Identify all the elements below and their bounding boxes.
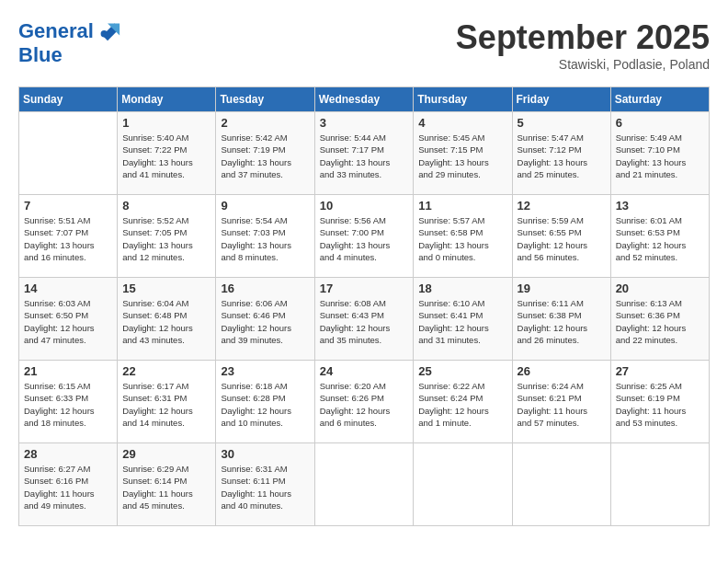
day-number: 19 [518,282,606,295]
header-monday: Monday [118,87,216,112]
day-number: 6 [616,116,704,130]
logo-blue-text: Blue [18,44,121,66]
calendar-cell: 23Sunrise: 6:18 AM Sunset: 6:28 PM Dayli… [216,361,314,443]
day-number: 7 [24,199,112,213]
calendar-cell: 5Sunrise: 5:47 AM Sunset: 7:12 PM Daylig… [512,112,610,195]
day-number: 27 [616,364,704,378]
logo-icon [96,17,121,42]
day-number: 21 [24,364,112,378]
day-number: 20 [616,282,704,295]
day-info: Sunrise: 6:04 AM Sunset: 6:48 PM Dayligh… [122,297,210,346]
month-title: September 2025 [456,18,710,57]
day-info: Sunrise: 6:27 AM Sunset: 6:16 PM Dayligh… [24,463,112,511]
day-number: 13 [616,199,704,213]
day-number: 23 [221,364,309,378]
day-info: Sunrise: 5:40 AM Sunset: 7:22 PM Dayligh… [122,132,210,180]
day-info: Sunrise: 6:20 AM Sunset: 6:26 PM Dayligh… [320,380,409,429]
calendar-cell: 29Sunrise: 6:29 AM Sunset: 6:14 PM Dayli… [118,443,216,526]
day-number: 10 [320,199,409,213]
day-info: Sunrise: 6:06 AM Sunset: 6:46 PM Dayligh… [221,297,309,346]
calendar-cell: 19Sunrise: 6:11 AM Sunset: 6:38 PM Dayli… [512,278,610,361]
calendar-cell: 15Sunrise: 6:04 AM Sunset: 6:48 PM Dayli… [118,278,216,361]
week-row-1: 1Sunrise: 5:40 AM Sunset: 7:22 PM Daylig… [19,112,710,195]
day-info: Sunrise: 6:03 AM Sunset: 6:50 PM Dayligh… [24,297,112,346]
calendar-cell [414,443,512,526]
day-number: 22 [122,364,210,378]
day-number: 2 [221,116,309,130]
calendar-cell: 1Sunrise: 5:40 AM Sunset: 7:22 PM Daylig… [118,112,216,195]
day-info: Sunrise: 5:57 AM Sunset: 6:58 PM Dayligh… [418,214,506,263]
header-friday: Friday [512,87,610,112]
day-info: Sunrise: 5:45 AM Sunset: 7:15 PM Dayligh… [418,132,506,180]
day-number: 30 [221,447,309,461]
day-number: 5 [518,116,606,130]
calendar-cell [314,443,414,526]
calendar-cell: 18Sunrise: 6:10 AM Sunset: 6:41 PM Dayli… [414,278,512,361]
day-info: Sunrise: 6:10 AM Sunset: 6:41 PM Dayligh… [418,297,506,346]
calendar-cell: 21Sunrise: 6:15 AM Sunset: 6:33 PM Dayli… [19,361,118,443]
calendar-cell: 20Sunrise: 6:13 AM Sunset: 6:36 PM Dayli… [610,278,709,361]
calendar-cell: 16Sunrise: 6:06 AM Sunset: 6:46 PM Dayli… [216,278,314,361]
day-number: 26 [518,364,606,378]
day-number: 15 [122,282,210,295]
day-info: Sunrise: 6:18 AM Sunset: 6:28 PM Dayligh… [221,380,309,429]
day-info: Sunrise: 5:54 AM Sunset: 7:03 PM Dayligh… [221,214,309,263]
calendar-cell: 8Sunrise: 5:52 AM Sunset: 7:05 PM Daylig… [118,195,216,278]
header-wednesday: Wednesday [314,87,414,112]
day-info: Sunrise: 5:47 AM Sunset: 7:12 PM Dayligh… [518,132,606,180]
calendar-cell: 11Sunrise: 5:57 AM Sunset: 6:58 PM Dayli… [414,195,512,278]
calendar-cell: 7Sunrise: 5:51 AM Sunset: 7:07 PM Daylig… [19,195,118,278]
day-number: 17 [320,282,409,295]
calendar-cell: 12Sunrise: 5:59 AM Sunset: 6:55 PM Dayli… [512,195,610,278]
day-info: Sunrise: 6:22 AM Sunset: 6:24 PM Dayligh… [418,380,506,429]
week-row-2: 7Sunrise: 5:51 AM Sunset: 7:07 PM Daylig… [19,195,710,278]
calendar-header-row: SundayMondayTuesdayWednesdayThursdayFrid… [19,87,710,112]
day-info: Sunrise: 6:17 AM Sunset: 6:31 PM Dayligh… [122,380,210,429]
day-number: 14 [24,282,112,295]
page-header: General Blue September 2025 Stawiski, Po… [18,18,710,72]
calendar-cell: 26Sunrise: 6:24 AM Sunset: 6:21 PM Dayli… [512,361,610,443]
logo-text: General [18,20,94,42]
day-info: Sunrise: 5:59 AM Sunset: 6:55 PM Dayligh… [518,214,606,263]
day-number: 28 [24,447,112,461]
header-tuesday: Tuesday [216,87,314,112]
day-info: Sunrise: 6:31 AM Sunset: 6:11 PM Dayligh… [221,463,309,511]
day-info: Sunrise: 6:15 AM Sunset: 6:33 PM Dayligh… [24,380,112,429]
day-number: 29 [122,447,210,461]
calendar-cell: 9Sunrise: 5:54 AM Sunset: 7:03 PM Daylig… [216,195,314,278]
calendar-cell: 30Sunrise: 6:31 AM Sunset: 6:11 PM Dayli… [216,443,314,526]
day-number: 3 [320,116,409,130]
calendar-cell: 4Sunrise: 5:45 AM Sunset: 7:15 PM Daylig… [414,112,512,195]
calendar-cell: 27Sunrise: 6:25 AM Sunset: 6:19 PM Dayli… [610,361,709,443]
calendar-cell: 22Sunrise: 6:17 AM Sunset: 6:31 PM Dayli… [118,361,216,443]
day-number: 11 [418,199,506,213]
day-number: 16 [221,282,309,295]
week-row-3: 14Sunrise: 6:03 AM Sunset: 6:50 PM Dayli… [19,278,710,361]
day-info: Sunrise: 6:29 AM Sunset: 6:14 PM Dayligh… [122,463,210,511]
day-number: 8 [122,199,210,213]
title-block: September 2025 Stawiski, Podlasie, Polan… [456,18,710,72]
logo: General Blue [18,18,121,66]
day-info: Sunrise: 6:13 AM Sunset: 6:36 PM Dayligh… [616,297,704,346]
day-info: Sunrise: 6:25 AM Sunset: 6:19 PM Dayligh… [616,380,704,429]
day-info: Sunrise: 5:49 AM Sunset: 7:10 PM Dayligh… [616,132,704,180]
day-number: 4 [418,116,506,130]
calendar-cell: 2Sunrise: 5:42 AM Sunset: 7:19 PM Daylig… [216,112,314,195]
calendar-cell [610,443,709,526]
day-number: 18 [418,282,506,295]
calendar-cell [19,112,118,195]
calendar-table: SundayMondayTuesdayWednesdayThursdayFrid… [18,86,710,526]
calendar-cell: 17Sunrise: 6:08 AM Sunset: 6:43 PM Dayli… [314,278,414,361]
calendar-cell: 14Sunrise: 6:03 AM Sunset: 6:50 PM Dayli… [19,278,118,361]
day-number: 9 [221,199,309,213]
week-row-4: 21Sunrise: 6:15 AM Sunset: 6:33 PM Dayli… [19,361,710,443]
header-thursday: Thursday [414,87,512,112]
day-info: Sunrise: 5:52 AM Sunset: 7:05 PM Dayligh… [122,214,210,263]
day-number: 12 [518,199,606,213]
calendar-cell: 6Sunrise: 5:49 AM Sunset: 7:10 PM Daylig… [610,112,709,195]
week-row-5: 28Sunrise: 6:27 AM Sunset: 6:16 PM Dayli… [19,443,710,526]
location-subtitle: Stawiski, Podlasie, Poland [456,57,710,72]
day-info: Sunrise: 5:42 AM Sunset: 7:19 PM Dayligh… [221,132,309,180]
calendar-cell: 28Sunrise: 6:27 AM Sunset: 6:16 PM Dayli… [19,443,118,526]
header-sunday: Sunday [19,87,118,112]
